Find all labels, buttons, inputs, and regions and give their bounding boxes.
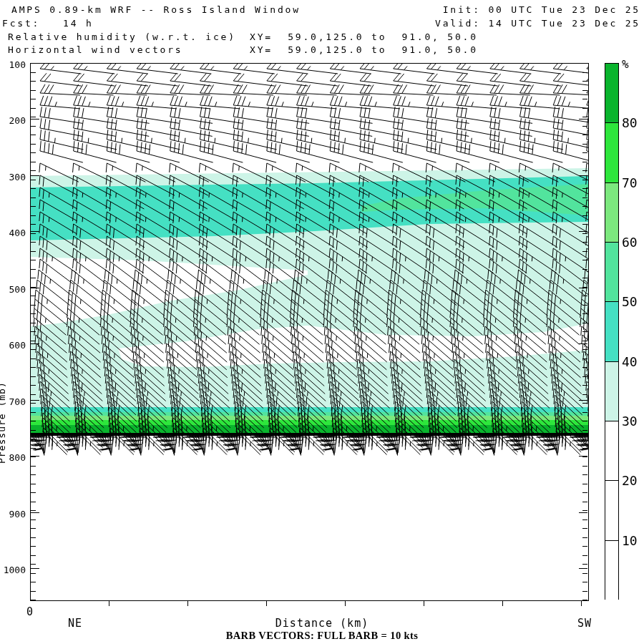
cross-section-plot-canvas (0, 0, 644, 644)
shaded-field-xy: XY= 59.0,125.0 to 91.0, 50.0 (250, 31, 478, 42)
colorbar-segment-10-20 (605, 481, 618, 540)
x-axis-label: Distance (km) (250, 617, 394, 630)
colorbar-segment-40-50 (605, 302, 618, 361)
y-tick-label: 600 (3, 340, 26, 351)
colorbar-segment->80 (605, 64, 618, 123)
y-tick-label: 100 (3, 59, 26, 70)
colorbar-segment-0-10 (605, 541, 618, 600)
y-tick-label: 900 (3, 509, 26, 519)
colorbar-tick-label: 20 (622, 473, 638, 488)
wrf-cross-section-page: { "header": { "line1_left": "AMPS 0.89-k… (0, 0, 644, 644)
barb-legend-caption: BARB VECTORS: FULL BARB = 10 kts (0, 630, 644, 642)
colorbar-segment-50-60 (605, 243, 618, 302)
y-axis-label: Pressure (mb) (0, 381, 7, 464)
x-end-label-sw: SW (552, 617, 617, 630)
colorbar-segment-30-40 (605, 362, 618, 421)
vector-field-label: Horizontal wind vectors (8, 44, 182, 55)
colorbar-units: % (622, 57, 629, 71)
colorbar-tick-label: 40 (622, 354, 638, 369)
x-end-label-ne: NE (43, 617, 107, 630)
y-tick-label: 1000 (3, 565, 26, 575)
init-time: Init: 00 UTC Tue 23 Dec 25 (384, 4, 640, 15)
colorbar-tick-label: 30 (622, 414, 638, 429)
colorbar-segment-70-80 (605, 123, 618, 182)
shaded-field-label: Relative humidity (w.r.t. ice) (8, 31, 236, 42)
y-tick-label: 400 (3, 228, 26, 238)
colorbar-tick-label: 60 (622, 235, 638, 250)
colorbar-tick-label: 70 (622, 175, 638, 190)
x-origin-label: 0 (26, 605, 34, 618)
colorbar-tick-label: 80 (622, 115, 638, 130)
colorbar-segment-60-70 (605, 183, 618, 243)
y-tick-label: 700 (3, 396, 26, 407)
colorbar-tick-label: 10 (622, 533, 638, 548)
colorbar (605, 63, 619, 600)
y-tick-label: 800 (3, 452, 26, 463)
y-tick-label: 300 (3, 172, 26, 182)
colorbar-segment-20-30 (605, 421, 618, 481)
forecast-hour: Fcst: 14 h (2, 18, 94, 29)
y-tick-label: 200 (3, 115, 26, 126)
vector-field-xy: XY= 59.0,125.0 to 91.0, 50.0 (250, 44, 478, 55)
valid-time: Valid: 14 UTC Tue 23 Dec 25 (384, 18, 640, 29)
plot-title: AMPS 0.89-km WRF -- Ross Island Window (11, 4, 301, 15)
colorbar-tick-label: 50 (622, 294, 638, 309)
y-tick-label: 500 (3, 284, 26, 295)
